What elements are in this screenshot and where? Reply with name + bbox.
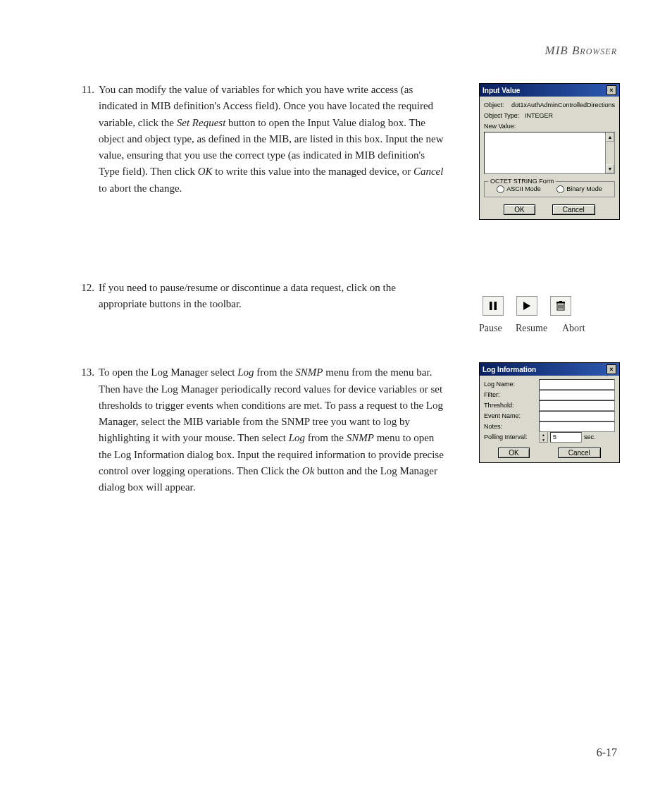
stepper-down-icon[interactable]: ▼	[540, 437, 547, 442]
svg-rect-4	[494, 302, 497, 310]
group-legend: OCTET STRING Form	[488, 178, 556, 185]
event-name-field[interactable]	[539, 411, 615, 421]
toolbar-figure: Pause Resume Abort	[479, 296, 620, 334]
object-label: Object:	[484, 101, 511, 109]
new-value-textarea[interactable]: ▲ ▼	[484, 132, 615, 174]
abort-label: Abort	[562, 323, 596, 334]
new-value-label: New Value:	[484, 123, 525, 130]
object-type-label: Object Type:	[484, 112, 525, 119]
polling-interval-field[interactable]: 5	[550, 432, 582, 443]
svg-marker-5	[523, 302, 530, 310]
binary-mode-radio[interactable]: Binary Mode	[556, 185, 602, 193]
sec-label: sec.	[584, 433, 596, 441]
polling-interval-stepper[interactable]: ▲ ▼	[539, 431, 548, 443]
dialog-titlebar[interactable]: Log Information ×	[480, 363, 619, 376]
list-item-number: 13.	[70, 364, 99, 495]
log-name-label: Log Name:	[484, 381, 539, 388]
list-item-text: To open the Log Manager select Log from …	[99, 364, 444, 495]
svg-rect-11	[556, 302, 565, 303]
svg-rect-12	[559, 301, 562, 302]
log-information-dialog: Log Information × Log Name: Filter: Thre…	[479, 362, 620, 463]
threshold-label: Threshold:	[484, 402, 539, 409]
dialog-titlebar[interactable]: Input Value ×	[480, 84, 619, 97]
instruction-list: 11. You can modify the value of variable…	[70, 82, 444, 495]
scrollbar[interactable]: ▲ ▼	[605, 133, 614, 173]
dialog-title: Input Value	[483, 87, 520, 94]
list-item-11: 11. You can modify the value of variable…	[70, 82, 444, 197]
list-item-number: 12.	[70, 280, 99, 313]
input-value-dialog-figure: Input Value × Object: dot1xAuthAdminCont…	[479, 83, 620, 220]
list-item-text: You can modify the value of variables fo…	[99, 82, 444, 197]
pause-button[interactable]	[483, 296, 504, 316]
stepper-up-icon[interactable]: ▲	[540, 432, 547, 437]
page-header: MIB Browser	[545, 44, 618, 58]
list-item-13: 13. To open the Log Manager select Log f…	[70, 364, 444, 495]
notes-label: Notes:	[484, 423, 539, 430]
ok-button[interactable]: OK	[504, 204, 535, 215]
event-name-label: Event Name:	[484, 412, 539, 419]
dialog-title: Log Information	[483, 366, 536, 374]
filter-label: Filter:	[484, 391, 539, 398]
object-type-value: INTEGER	[525, 112, 615, 119]
cancel-button[interactable]: Cancel	[558, 448, 601, 458]
list-item-text: If you need to pause/resume or discontin…	[99, 280, 444, 313]
resume-label: Resume	[516, 323, 556, 334]
ascii-mode-radio[interactable]: ASCII Mode	[497, 185, 541, 193]
threshold-field[interactable]	[539, 400, 615, 411]
list-item-12: 12. If you need to pause/resume or disco…	[70, 280, 444, 313]
octet-string-form-group: OCTET STRING Form ASCII Mode Binary Mode	[484, 181, 615, 197]
cancel-button[interactable]: Cancel	[552, 204, 595, 215]
abort-button[interactable]	[550, 296, 571, 316]
pause-label: Pause	[479, 323, 510, 334]
page-number: 6-17	[597, 746, 617, 759]
object-value: dot1xAuthAdminControlledDirections	[511, 101, 615, 109]
notes-field[interactable]	[539, 421, 615, 432]
input-value-dialog: Input Value × Object: dot1xAuthAdminCont…	[479, 83, 620, 220]
scroll-down-icon[interactable]: ▼	[606, 164, 614, 173]
polling-interval-label: Polling Interval:	[484, 433, 539, 441]
filter-field[interactable]	[539, 390, 615, 400]
svg-rect-3	[490, 302, 492, 310]
scroll-up-icon[interactable]: ▲	[606, 133, 614, 142]
log-information-dialog-figure: Log Information × Log Name: Filter: Thre…	[479, 362, 620, 463]
ok-button[interactable]: OK	[498, 448, 529, 458]
resume-button[interactable]	[516, 296, 537, 316]
close-icon[interactable]: ×	[606, 85, 616, 95]
close-icon[interactable]: ×	[606, 364, 616, 374]
log-name-field[interactable]	[539, 379, 615, 390]
list-item-number: 11.	[70, 82, 99, 197]
